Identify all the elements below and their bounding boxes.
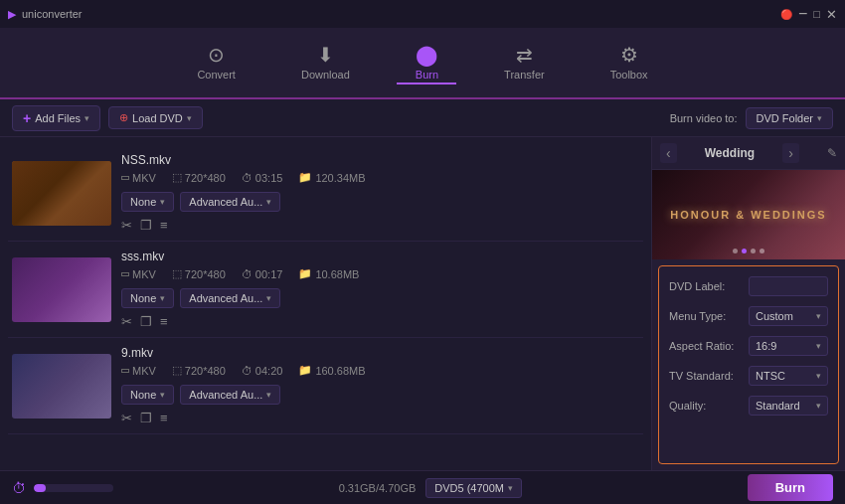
copy-icon-3[interactable]: ❐: [140, 411, 152, 425]
file-item-2: sss.mkv MKV ⬚ 720*480 ⏱ 00:17 📁 10.68MB …: [8, 242, 643, 338]
cut-icon-3[interactable]: ✂: [121, 411, 132, 425]
toolbar-toolbox[interactable]: ⚙ Toolbox: [602, 41, 656, 84]
audio-advanced-select-2[interactable]: Advanced Au... ▾: [180, 288, 280, 308]
size-3: 📁 160.68MB: [298, 364, 365, 377]
file-meta-3: MKV ⬚ 720*480 ⏱ 04:20 📁 160.68MB: [121, 364, 639, 377]
settings-icon-2[interactable]: ≡: [160, 314, 168, 329]
right-panel: ‹ Wedding › ✎ HONOUR & WEDDINGS DVD Labe…: [651, 137, 845, 470]
load-dvd-button[interactable]: ⊕ Load DVD ▾: [108, 106, 203, 129]
aspect-ratio-label: Aspect Ratio:: [669, 340, 749, 352]
copy-icon-2[interactable]: ❐: [140, 314, 152, 329]
load-dvd-label: Load DVD: [132, 112, 183, 124]
file-controls-1: None ▾ Advanced Au... ▾: [121, 192, 639, 212]
add-files-chevron: ▾: [84, 113, 89, 123]
template-next-button[interactable]: ›: [782, 143, 799, 163]
template-nav: ‹ Wedding › ✎: [652, 137, 845, 170]
file-name-3: 9.mkv: [121, 346, 639, 360]
quality-row: Quality: Standard ▾: [669, 396, 828, 416]
subbar-left: + Add Files ▾ ⊕ Load DVD ▾: [12, 105, 203, 131]
load-dvd-chevron: ▾: [187, 113, 192, 123]
maximize-icon[interactable]: □: [813, 8, 820, 20]
settings-icon-1[interactable]: ≡: [160, 218, 168, 233]
add-files-button[interactable]: + Add Files ▾: [12, 105, 100, 131]
app-name: ▶ uniconverter: [8, 8, 83, 21]
burn-video-to-value: DVD Folder: [757, 112, 813, 124]
menu-type-label: Menu Type:: [669, 310, 749, 322]
audio-none-select-3[interactable]: None ▾: [121, 385, 174, 405]
burn-button[interactable]: Burn: [748, 474, 833, 501]
dvd-label-input[interactable]: [749, 276, 828, 296]
disk-info-area: 0.31GB/4.70GB DVD5 (4700M ▾: [339, 478, 522, 498]
audio-advanced-select-3[interactable]: Advanced Au... ▾: [180, 385, 280, 405]
resolution-2: ⬚ 720*480: [172, 267, 226, 280]
template-dots: [733, 249, 764, 253]
copy-icon-1[interactable]: ❐: [140, 218, 152, 233]
settings-icon-3[interactable]: ≡: [160, 411, 168, 425]
dvd-label-row: DVD Label:: [669, 276, 828, 296]
quality-label: Quality:: [669, 400, 749, 412]
file-actions-2: ✂ ❐ ≡: [121, 314, 639, 329]
close-icon[interactable]: ✕: [826, 7, 837, 22]
duration-1: ⏱ 03:15: [242, 171, 283, 184]
toolbar-burn[interactable]: ⬤ Burn: [408, 41, 446, 84]
minimize-icon2[interactable]: −: [798, 6, 807, 22]
aspect-ratio-select[interactable]: 16:9 ▾: [749, 336, 828, 356]
file-meta-1: MKV ⬚ 720*480 ⏱ 03:15 📁 120.34MB: [121, 171, 639, 184]
dvd-settings-panel: DVD Label: Menu Type: Custom ▾ Aspect Ra…: [658, 265, 839, 464]
toolbox-icon: ⚙: [620, 45, 638, 65]
format-icon-3: [121, 369, 129, 373]
progress-area: ⏱: [12, 480, 113, 496]
tv-standard-row: TV Standard: NTSC ▾: [669, 366, 828, 386]
quality-value: Standard: [756, 400, 800, 412]
resolution-1: ⬚ 720*480: [172, 171, 226, 184]
cut-icon-1[interactable]: ✂: [121, 218, 132, 233]
download-icon: ⬇: [317, 45, 334, 65]
resolution-3: ⬚ 720*480: [172, 364, 226, 377]
app-title: uniconverter: [22, 8, 83, 20]
quality-select[interactable]: Standard ▾: [749, 396, 828, 416]
toolbar-convert[interactable]: ⊙ Convert: [189, 41, 244, 84]
disk-type-value: DVD5 (4700M: [434, 482, 504, 494]
subbar: + Add Files ▾ ⊕ Load DVD ▾ Burn video to…: [0, 99, 845, 137]
file-thumb-1: [12, 161, 111, 226]
burn-video-to-select[interactable]: DVD Folder ▾: [746, 107, 833, 129]
file-name-2: sss.mkv: [121, 250, 639, 263]
quality-chevron: ▾: [816, 401, 821, 411]
file-info-3: 9.mkv MKV ⬚ 720*480 ⏱ 04:20 📁 160.68MB N…: [121, 346, 639, 425]
download-label: Download: [301, 69, 350, 81]
template-edit-icon[interactable]: ✎: [827, 146, 837, 160]
menu-type-select[interactable]: Custom ▾: [749, 306, 828, 326]
burn-video-to-label: Burn video to:: [670, 112, 738, 124]
convert-label: Convert: [197, 69, 236, 81]
format-2: MKV: [121, 267, 156, 280]
dvd-label-field[interactable]: [756, 280, 821, 292]
main-content: NSS.mkv MKV ⬚ 720*480 ⏱ 03:15 📁 120.34MB…: [0, 137, 845, 470]
audio-advanced-select-1[interactable]: Advanced Au... ▾: [180, 192, 280, 212]
format-1: MKV: [121, 171, 156, 184]
progress-bar-bg: [34, 484, 113, 492]
audio-none-select-2[interactable]: None ▾: [121, 288, 174, 308]
dvd-icon: ⊕: [119, 111, 128, 124]
titlebar: ▶ uniconverter 🔴 − □ ✕: [0, 0, 845, 28]
disk-type-select[interactable]: DVD5 (4700M ▾: [425, 478, 522, 498]
dot-3: [751, 249, 756, 253]
toolbar: ⊙ Convert ⬇ Download ⬤ Burn ⇄ Transfer ⚙…: [0, 28, 845, 99]
toolbar-download[interactable]: ⬇ Download: [293, 41, 358, 84]
file-actions-3: ✂ ❐ ≡: [121, 411, 639, 425]
tv-standard-select[interactable]: NTSC ▾: [749, 366, 828, 386]
size-1: 📁 120.34MB: [298, 171, 365, 184]
cut-icon-2[interactable]: ✂: [121, 314, 132, 329]
file-controls-3: None ▾ Advanced Au... ▾: [121, 385, 639, 405]
toolbar-transfer[interactable]: ⇄ Transfer: [496, 41, 553, 84]
audio-none-select-1[interactable]: None ▾: [121, 192, 174, 212]
minimize-icon[interactable]: 🔴: [780, 9, 792, 20]
duration-3: ⏱ 04:20: [242, 364, 283, 377]
template-prev-button[interactable]: ‹: [660, 143, 677, 163]
file-info-2: sss.mkv MKV ⬚ 720*480 ⏱ 00:17 📁 10.68MB …: [121, 250, 639, 329]
aspect-ratio-chevron: ▾: [816, 341, 821, 351]
app-logo: ▶: [8, 8, 16, 21]
tv-standard-label: TV Standard:: [669, 370, 749, 382]
dot-2: [742, 249, 747, 253]
burn-icon: ⬤: [416, 45, 437, 65]
template-name: Wedding: [705, 146, 755, 160]
